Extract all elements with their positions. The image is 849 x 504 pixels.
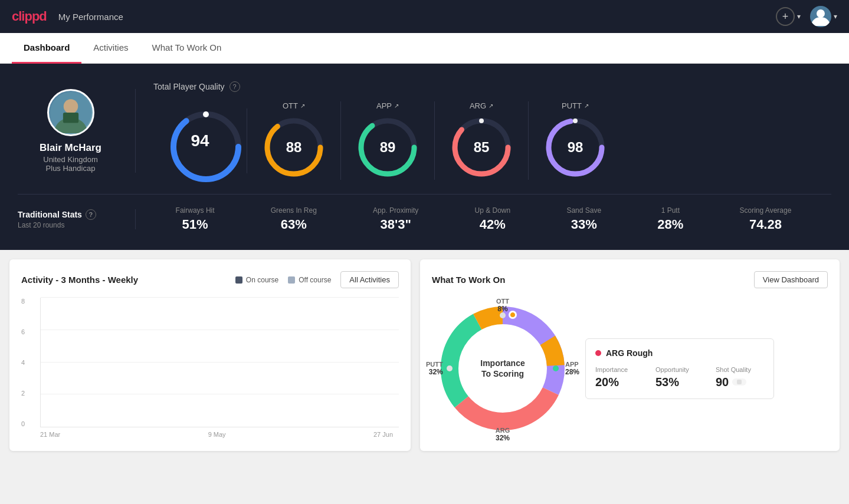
donut-wrapper: ImportanceTo Scoring OTT 8% APP 28% ARG … <box>432 298 573 439</box>
gauge-putt-label: PUTT ↗ <box>562 101 589 110</box>
tab-dashboard[interactable]: Dashboard <box>12 33 81 64</box>
stat-scoring-label: Scoring Average <box>740 206 792 215</box>
gauge-app-label: APP ↗ <box>376 101 399 110</box>
activity-panel: Activity - 3 Months - Weekly On course O… <box>9 259 411 451</box>
gauge-app-wrapper: 89 <box>355 115 420 180</box>
stat-gir-value: 63% <box>271 217 317 232</box>
user-avatar[interactable] <box>810 6 831 27</box>
bar-14 <box>371 426 394 427</box>
metric-shot-quality: Shot Quality 90 <box>716 366 764 389</box>
gauges-row: 94 OTT ↗ 88 <box>153 101 814 180</box>
donut-center: ImportanceTo Scoring <box>480 358 525 379</box>
stat-updown-value: 42% <box>475 217 511 232</box>
app-donut-label: APP 28% <box>565 361 579 376</box>
stat-proximity-label: App. Proximity <box>373 206 418 215</box>
tab-what-to-work-on[interactable]: What To Work On <box>140 33 234 64</box>
arg-donut-label: ARG 32% <box>496 427 510 442</box>
legend-off-course-dot <box>288 276 295 284</box>
donut-center-text: ImportanceTo Scoring <box>480 358 525 379</box>
gauge-arg-value: 85 <box>474 139 490 156</box>
stat-sandsave: Sand Save 33% <box>566 206 601 232</box>
quality-section: Total Player Quality ? 94 <box>136 81 831 180</box>
stat-sandsave-label: Sand Save <box>566 206 601 215</box>
svg-point-24 <box>500 419 506 424</box>
gauge-arg: ARG ↗ 85 <box>435 101 529 180</box>
bar-6 <box>171 426 194 427</box>
stat-1putt-label: 1 Putt <box>657 206 683 215</box>
info-card-title: ARG Rough <box>595 348 764 358</box>
bar-8 <box>221 426 244 427</box>
arg-trend-icon: ↗ <box>489 103 493 109</box>
stat-updown-label: Up & Down <box>475 206 511 215</box>
player-avatar <box>47 89 94 136</box>
stat-sandsave-value: 33% <box>566 217 601 232</box>
bar-5 <box>146 426 169 427</box>
x-label-mar: 21 Mar <box>40 431 60 438</box>
gauge-putt: PUTT ↗ 98 <box>529 101 622 180</box>
nav-title: My Performance <box>58 12 123 22</box>
bar-7 <box>196 426 219 427</box>
player-info: Blair McHarg United Kingdom Plus Handica… <box>18 89 136 173</box>
app-trend-icon: ↗ <box>394 103 399 109</box>
gauge-overall-wrapper: 94 <box>168 108 232 173</box>
stat-updown: Up & Down 42% <box>475 206 511 232</box>
x-label-jun: 27 Jun <box>373 431 393 438</box>
gauge-ott-wrapper: 88 <box>261 115 326 180</box>
stat-1putt-value: 28% <box>657 217 683 232</box>
stat-scoring: Scoring Average 74.28 <box>740 206 792 232</box>
stat-fairways: Fairways Hit 51% <box>176 206 215 232</box>
importance-value: 20% <box>595 375 644 389</box>
stat-fairways-value: 51% <box>176 217 215 232</box>
bar-4 <box>120 426 143 427</box>
add-chevron-icon: ▾ <box>797 12 801 21</box>
wtwo-panel-title: What To Work On <box>432 275 505 285</box>
add-button[interactable]: + <box>776 7 795 26</box>
stats-row: Traditional Stats ? Last 20 rounds Fairw… <box>18 195 831 232</box>
stat-gir: Greens In Reg 63% <box>271 206 317 232</box>
info-card: ARG Rough Importance 20% Opportunity 53%… <box>585 338 774 399</box>
quality-header: Total Player Quality ? <box>153 81 814 92</box>
nav-left: clippd My Performance <box>12 9 123 24</box>
bar-2 <box>70 426 93 427</box>
quality-help-icon[interactable]: ? <box>230 81 240 92</box>
avatar-chevron-icon: ▾ <box>834 12 837 21</box>
stats-help-icon[interactable]: ? <box>86 209 96 220</box>
legend-off-course: Off course <box>288 276 331 284</box>
add-dropdown[interactable]: + ▾ <box>776 7 801 26</box>
stat-scoring-value: 74.28 <box>740 217 792 232</box>
logo: clippd <box>12 9 47 24</box>
putt-donut-label: PUTT 32% <box>426 361 443 376</box>
stat-fairways-label: Fairways Hit <box>176 206 215 215</box>
svg-point-16 <box>573 118 578 123</box>
opportunity-label: Opportunity <box>655 366 704 373</box>
player-name: Blair McHarg <box>40 142 101 154</box>
avatar-dropdown[interactable]: ▾ <box>810 6 837 27</box>
activity-panel-header: Activity - 3 Months - Weekly On course O… <box>21 271 399 288</box>
stats-subtitle: Last 20 rounds <box>18 221 123 229</box>
stat-proximity-value: 38'3" <box>373 217 418 232</box>
importance-label: Importance <box>595 366 644 373</box>
gauge-ott-label: OTT ↗ <box>283 101 305 110</box>
all-activities-button[interactable]: All Activities <box>340 271 399 288</box>
stat-1putt: 1 Putt 28% <box>657 206 683 232</box>
svg-point-25 <box>447 365 453 371</box>
metric-opportunity: Opportunity 53% <box>655 366 704 389</box>
tab-activities[interactable]: Activities <box>81 33 140 64</box>
shot-quality-label: Shot Quality <box>716 366 764 373</box>
view-dashboard-button[interactable]: View Dashboard <box>754 271 828 288</box>
putt-trend-icon: ↗ <box>584 103 589 109</box>
ott-donut-label: OTT 8% <box>496 298 509 313</box>
activity-panel-title: Activity - 3 Months - Weekly <box>21 275 138 285</box>
y-label-2: 2 <box>21 390 25 397</box>
svg-point-23 <box>553 365 559 371</box>
player-handicap: Plus Handicap <box>46 164 96 173</box>
shot-quality-value: 90 <box>716 375 729 389</box>
donut-section: ImportanceTo Scoring OTT 8% APP 28% ARG … <box>432 298 828 439</box>
y-label-6: 6 <box>21 328 25 335</box>
top-nav: clippd My Performance + ▾ ▾ <box>0 0 849 33</box>
gauge-overall-value: 94 <box>191 131 209 150</box>
bottom-panels: Activity - 3 Months - Weekly On course O… <box>0 250 849 460</box>
gauge-ott-value: 88 <box>286 139 302 156</box>
svg-point-22 <box>500 312 506 318</box>
ott-trend-icon: ↗ <box>300 103 305 109</box>
